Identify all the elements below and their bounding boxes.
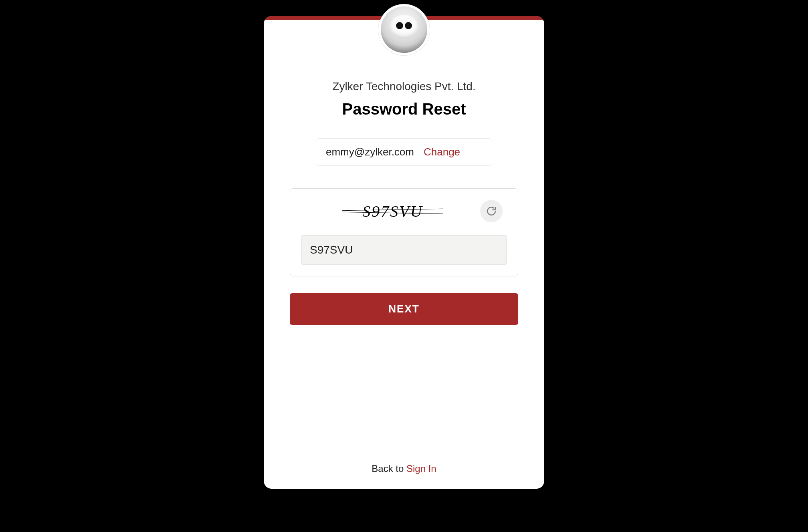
captcha-box: S97SVU (290, 188, 518, 276)
page-title: Password Reset (342, 100, 466, 118)
change-email-button[interactable]: Change (424, 146, 460, 158)
captcha-image: S97SVU (305, 202, 480, 221)
captcha-refresh-button[interactable] (480, 200, 503, 222)
footer: Back to Sign In (264, 463, 544, 474)
password-reset-card: Zylker Technologies Pvt. Ltd. Password R… (264, 16, 544, 489)
password-reset-card-wrapper: Zylker Technologies Pvt. Ltd. Password R… (264, 16, 544, 489)
captcha-displayed-text: S97SVU (346, 202, 439, 221)
sign-in-link[interactable]: Sign In (406, 463, 436, 474)
refresh-icon (486, 206, 497, 216)
footer-prefix: Back to (372, 463, 406, 474)
next-button[interactable]: NEXT (290, 293, 518, 325)
avatar (378, 4, 430, 55)
company-name: Zylker Technologies Pvt. Ltd. (332, 80, 475, 93)
captcha-input[interactable] (301, 235, 507, 265)
email-box: emmy@zylker.com Change (316, 138, 492, 166)
captcha-display-row: S97SVU (301, 200, 507, 222)
email-value: emmy@zylker.com (326, 146, 414, 158)
